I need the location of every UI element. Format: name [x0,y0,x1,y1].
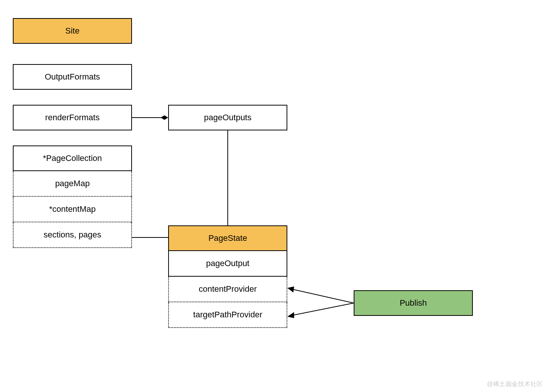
arrowhead-contentprovider-icon [287,286,294,292]
watermark: @稀土掘金技术社区 [487,380,543,388]
node-render-formats-label: renderFormats [45,113,100,122]
edge-publish-contentprovider [293,289,354,303]
node-page-map: pageMap [13,171,132,197]
node-content-map: *contentMap [13,197,132,222]
node-sections-pages-label: sections, pages [44,230,101,240]
node-content-map-label: *contentMap [49,204,96,214]
node-page-output-label: pageOutput [206,259,250,268]
node-content-provider: contentProvider [168,277,287,302]
node-site: Site [13,18,132,44]
node-page-collection: *PageCollection [13,145,132,171]
node-output-formats-label: OutputFormats [45,72,100,82]
node-output-formats: OutputFormats [13,64,132,90]
node-page-output: pageOutput [168,251,287,277]
node-page-outputs: pageOutputs [168,105,287,130]
node-sections-pages: sections, pages [13,222,132,248]
node-target-path-provider-label: targetPathProvider [193,310,262,320]
node-content-provider-label: contentProvider [199,284,257,294]
node-page-map-label: pageMap [55,179,90,188]
diagram-canvas: Site OutputFormats renderFormats *PageCo… [0,0,549,392]
node-page-collection-label: *PageCollection [43,153,102,163]
watermark-text: @稀土掘金技术社区 [487,381,543,387]
edge-publish-targetpathprovider [293,303,354,315]
node-page-state-label: PageState [209,233,247,243]
node-site-label: Site [65,26,80,36]
node-page-outputs-label: pageOutputs [204,113,251,122]
node-publish-label: Publish [400,298,427,308]
arrowhead-diamond-icon [161,115,168,120]
arrowhead-targetpathprovider-icon [287,312,294,318]
node-publish: Publish [354,290,473,316]
node-render-formats: renderFormats [13,105,132,130]
node-page-state: PageState [168,225,287,251]
node-target-path-provider: targetPathProvider [168,302,287,328]
